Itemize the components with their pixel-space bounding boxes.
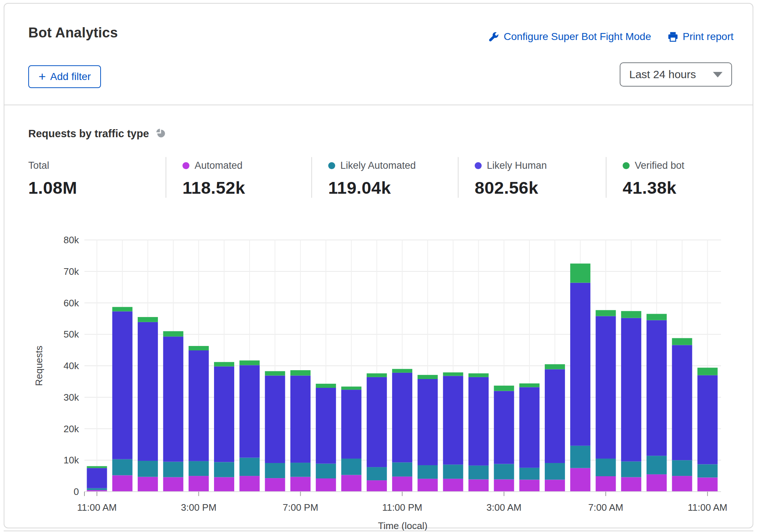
bar-segment [519,383,540,387]
bar-segment [698,477,718,492]
stat-value: 1.08M [28,178,166,198]
bar-segment [214,477,234,492]
y-axis-title: Requests [33,346,44,386]
bar-segment [443,479,463,492]
bar-segment [189,461,209,476]
configure-super-bot-fight-mode-link[interactable]: Configure Super Bot Fight Mode [488,31,651,43]
bar-1200am [417,375,438,492]
bar-segment [646,456,667,474]
page-title: Bot Analytics [28,25,118,41]
bar-segment [494,386,514,391]
bar-300am [494,386,514,492]
printer-icon [667,31,678,42]
bar-segment [341,475,362,492]
bar-segment [189,476,209,492]
bar-700pm [290,370,311,492]
bar-segment [417,379,438,465]
bar-segment [596,476,616,492]
bar-segment [545,463,565,480]
bar-segment [163,462,183,477]
bar-1100pm [392,369,412,492]
y-tick-label: 0 [74,486,79,497]
bar-segment [646,314,667,320]
bar-200am [468,374,489,492]
section-title: Requests by traffic type [28,128,149,140]
y-tick-label: 10k [64,455,79,466]
bar-segment [392,373,412,462]
time-range-value: Last 24 hours [629,68,696,81]
bar-600am [570,263,590,492]
bar-segment [341,390,362,459]
bar-segment [468,466,489,480]
bar-segment [239,458,260,476]
bar-segment [265,371,285,376]
print-report-link[interactable]: Print report [667,31,734,43]
bar-segment [646,474,667,492]
bar-segment [596,459,616,476]
bar-segment [443,372,463,376]
x-tick-label: 11:00 AM [688,502,727,513]
stat-likely-human: Likely Human 802.56k [458,157,606,198]
bar-segment [239,360,260,365]
header-actions: Configure Super Bot Fight Mode Print rep… [488,31,734,43]
bar-segment [189,346,209,350]
y-tick-label: 80k [64,234,79,245]
bar-segment [468,480,489,492]
stat-value: 119.04k [328,178,458,198]
bar-1000pm [367,374,387,492]
bar-segment [265,463,285,478]
analytics-panel: Bot Analytics Configure Super Bot Fight … [4,3,753,528]
pie-chart-icon [156,128,166,139]
next-panel-top-edge [4,531,753,532]
bar-400pm [214,362,234,492]
bar-segment [189,350,209,461]
bar-segment [672,476,692,492]
chevron-down-icon [713,72,722,77]
bar-segment [519,480,540,492]
bar-segment [443,376,463,464]
bar-segment [341,387,362,390]
bar-segment [367,467,387,480]
bar-segment [87,466,107,468]
bar-100pm [138,317,158,492]
bar-segment [87,488,107,490]
bar-segment [646,320,667,456]
requests-by-traffic-type-chart: 010k20k30k40k50k60k70k80k11:00 AM3:00 PM… [4,209,757,532]
add-filter-button[interactable]: + Add filter [28,65,101,88]
configure-link-label: Configure Super Bot Fight Mode [504,31,651,43]
x-tick-label: 11:00 PM [382,502,422,513]
bar-segment [138,322,158,461]
stat-label: Verified bot [635,160,684,171]
bar-900am [646,314,667,492]
x-tick-label: 7:00 PM [283,502,318,513]
print-link-label: Print report [683,31,734,43]
bar-segment [519,468,540,480]
bar-segment [596,316,616,459]
automated-legend-dot [182,162,189,169]
bar-segment [367,480,387,492]
y-tick-label: 40k [64,360,79,371]
bar-segment [367,377,387,467]
stat-verified-bot: Verified bot 41.38k [606,157,736,198]
stat-value: 802.56k [475,178,606,198]
bar-segment [290,370,311,376]
bar-segment [468,377,489,466]
y-tick-label: 30k [64,392,79,403]
verified-bot-legend-dot [623,162,630,169]
bar-segment [545,364,565,369]
likely-automated-legend-dot [328,162,335,169]
bar-segment [87,468,107,488]
y-tick-label: 60k [64,298,79,309]
bar-segment [214,362,234,367]
time-range-select[interactable]: Last 24 hours [620,62,732,87]
header-divider [4,105,753,105]
bar-segment [621,318,641,462]
section-title-row: Requests by traffic type [28,128,166,140]
bar-segment [443,464,463,479]
stat-likely-automated: Likely Automated 119.04k [311,157,458,198]
bar-segment [316,464,336,478]
bar-segment [392,369,412,373]
bar-segment [570,468,590,492]
bar-segment [392,477,412,492]
bar-segment [138,317,158,322]
